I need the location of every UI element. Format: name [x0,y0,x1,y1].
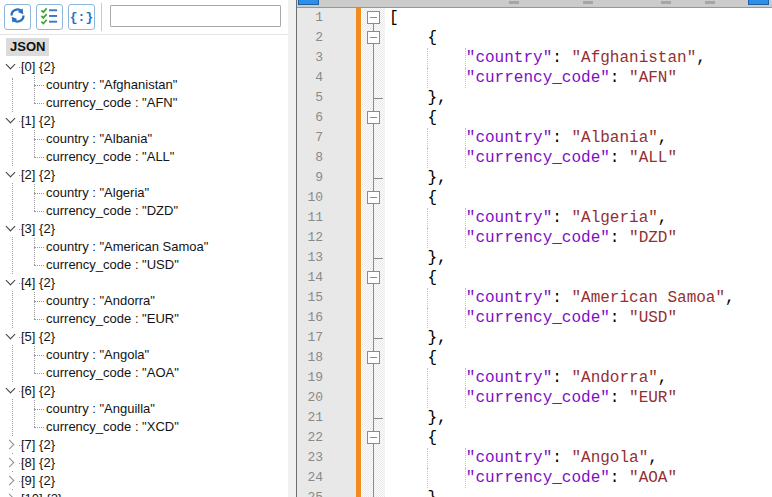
code-line-8[interactable]: 8 "currency_code": "ALL" [297,148,772,168]
tree-leaf-currency_code[interactable]: currency_code : "ALL" [0,148,288,166]
json-key: "currency_code" [466,69,610,87]
tree-node[interactable]: [0] {2} [0,58,288,76]
chevron-right-icon[interactable] [3,437,18,452]
code-line-15[interactable]: 15 "country": "American Samoa", [297,288,772,308]
chevron-right-icon[interactable] [3,491,18,497]
tree-leaf-country[interactable]: country : "Afghanistan" [0,76,288,94]
code-line-5[interactable]: 5 }, [297,88,772,108]
code-line-14[interactable]: 14 { [297,268,772,288]
code-line-16[interactable]: 16 "currency_code": "USD" [297,308,772,328]
tree-root-node[interactable]: JSON [6,38,49,56]
json-punctuation: { [389,109,437,127]
tree-leaf-label: country : "Anguilla" [46,400,155,418]
code-line-19[interactable]: 19 "country": "Andorra", [297,368,772,388]
line-number: 6 [297,108,323,128]
tree-node-label: [7] {2} [21,436,55,454]
tree-node[interactable]: [7] {2} [0,436,288,454]
tree-leaf-country[interactable]: country : "American Samoa" [0,238,288,256]
code-line-13[interactable]: 13 }, [297,248,772,268]
tree-items: [0] {2}country : "Afghanistan"currency_c… [0,58,288,497]
tree-leaf-country[interactable]: country : "Albania" [0,130,288,148]
tree-leaf-currency_code[interactable]: currency_code : "DZD" [0,202,288,220]
tree-leaf-country[interactable]: country : "Angola" [0,346,288,364]
tree-leaf-currency_code[interactable]: currency_code : "USD" [0,256,288,274]
tree-children: country : "Algeria"currency_code : "DZD" [0,184,288,220]
tree-node[interactable]: [3] {2} [0,220,288,238]
chevron-down-icon[interactable] [3,329,18,344]
validate-checklist-button[interactable] [36,4,63,30]
tree-node[interactable]: [2] {2} [0,166,288,184]
code-line-9[interactable]: 9 }, [297,168,772,188]
panel-splitter[interactable] [288,0,296,497]
fold-collapse-box[interactable] [367,431,380,444]
fold-marker-cell [362,248,385,268]
chevron-right-icon[interactable] [3,473,18,488]
code-line-7[interactable]: 7 "country": "Albania", [297,128,772,148]
tree-leaf-country[interactable]: country : "Andorra" [0,292,288,310]
code-line-21[interactable]: 21 }, [297,408,772,428]
tree-leaf-country[interactable]: country : "Anguilla" [0,400,288,418]
fold-collapse-box[interactable] [367,271,380,284]
fold-marker-cell [362,68,385,88]
json-punctuation: : [610,389,629,407]
code-line-22[interactable]: 22 { [297,428,772,448]
code-line-24[interactable]: 24 "currency_code": "AOA" [297,468,772,488]
json-punctuation: : [552,289,571,307]
fold-end-tick [373,258,383,259]
tree-connector-tick [34,85,44,86]
tab-strip-artifact-left [298,0,319,5]
refresh-button[interactable] [4,4,31,30]
code-line-25[interactable]: 25 }, [297,488,772,497]
code-line-3[interactable]: 3 "country": "Afghanistan", [297,48,772,68]
format-json-button[interactable]: {:} [68,4,95,30]
tree-leaf-currency_code[interactable]: currency_code : "XCD" [0,418,288,436]
tree-node[interactable]: [8] {2} [0,454,288,472]
chevron-down-icon[interactable] [3,383,18,398]
code-line-4[interactable]: 4 "currency_code": "AFN" [297,68,772,88]
code-line-2[interactable]: 2 { [297,28,772,48]
tree-leaf-currency_code[interactable]: currency_code : "EUR" [0,310,288,328]
fold-marker-cell [362,488,385,497]
json-punctuation: , [658,209,668,227]
code-line-18[interactable]: 18 { [297,348,772,368]
search-input[interactable] [110,5,281,27]
code-line-20[interactable]: 20 "currency_code": "EUR" [297,388,772,408]
fold-collapse-box[interactable] [367,191,380,204]
fold-collapse-box[interactable] [367,11,380,24]
code-line-23[interactable]: 23 "country": "Angola", [297,448,772,468]
code-line-text: }, [385,248,772,268]
tree-node[interactable]: [5] {2} [0,328,288,346]
tree-leaf-currency_code[interactable]: currency_code : "AOA" [0,364,288,382]
chevron-down-icon[interactable] [3,59,18,74]
fold-collapse-box[interactable] [367,31,380,44]
fold-end-tick [373,418,383,419]
chevron-right-icon[interactable] [3,455,18,470]
tree-node[interactable]: [4] {2} [0,274,288,292]
editor-body[interactable]: 1[2 {3 "country": "Afghanistan",4 "curre… [297,8,772,497]
code-line-10[interactable]: 10 { [297,188,772,208]
fold-collapse-box[interactable] [367,351,380,364]
fold-collapse-box[interactable] [367,111,380,124]
tree-node[interactable]: [10] {2} [0,490,288,497]
chevron-down-icon[interactable] [3,113,18,128]
code-line-text: "country": "Albania", [385,128,772,148]
code-line-17[interactable]: 17 }, [297,328,772,348]
tree-node[interactable]: [1] {2} [0,112,288,130]
fold-marker-cell [362,108,385,128]
code-line-6[interactable]: 6 { [297,108,772,128]
code-line-1[interactable]: 1[ [297,8,772,28]
indent-guide [427,468,428,488]
tree-node-label: [8] {2} [21,454,55,472]
chevron-down-icon[interactable] [3,275,18,290]
chevron-down-icon[interactable] [3,221,18,236]
tree-node[interactable]: [6] {2} [0,382,288,400]
json-punctuation: , [658,369,668,387]
tree-leaf-country[interactable]: country : "Algeria" [0,184,288,202]
fold-line [373,468,374,488]
code-line-12[interactable]: 12 "currency_code": "DZD" [297,228,772,248]
line-number: 5 [297,88,323,108]
chevron-down-icon[interactable] [3,167,18,182]
tree-leaf-currency_code[interactable]: currency_code : "AFN" [0,94,288,112]
code-line-11[interactable]: 11 "country": "Algeria", [297,208,772,228]
tree-node[interactable]: [9] {2} [0,472,288,490]
